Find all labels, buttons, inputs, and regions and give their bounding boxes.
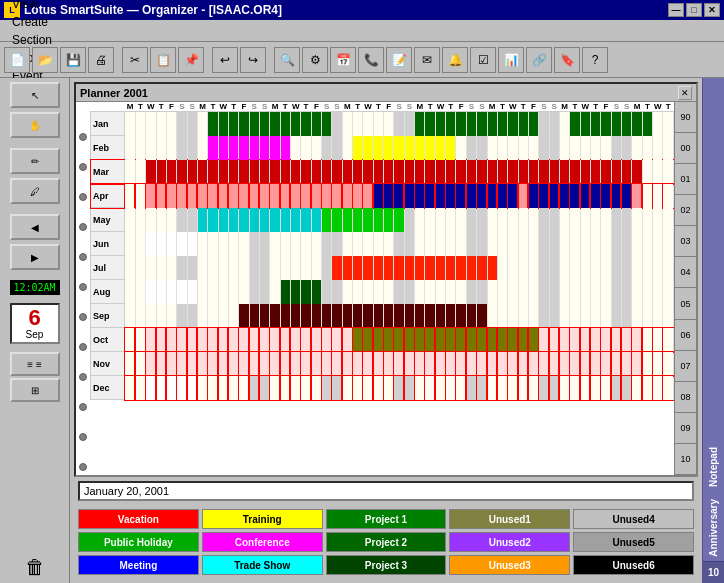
planner-cell[interactable] [404,256,414,280]
planner-cell[interactable] [342,136,352,160]
planner-cell[interactable] [332,328,342,352]
planner-cell[interactable] [270,184,280,208]
planner-cell[interactable] [228,112,238,136]
planner-cell[interactable] [601,352,611,376]
planner-row[interactable]: Nov [91,352,674,376]
planner-cell[interactable] [208,112,218,136]
planner-cell[interactable] [228,256,238,280]
planner-cell[interactable] [208,352,218,376]
planner-cell[interactable] [146,256,156,280]
legend-item-10[interactable]: Meeting [78,555,199,575]
planner-cell[interactable] [539,304,549,328]
planner-cell[interactable] [208,136,218,160]
planner-cell[interactable] [311,304,321,328]
planner-cell[interactable] [135,304,145,328]
planner-cell[interactable] [621,328,631,352]
planner-row[interactable]: Apr [91,184,674,208]
planner-cell[interactable] [456,112,466,136]
planner-cell[interactable] [353,160,363,184]
planner-cell[interactable] [187,232,197,256]
planner-cell[interactable] [559,208,569,232]
planner-cell[interactable] [404,304,414,328]
planner-cell[interactable] [125,136,135,160]
note-button[interactable]: 📝 [386,47,412,73]
planner-cell[interactable] [456,280,466,304]
planner-cell[interactable] [611,304,621,328]
planner-cell[interactable] [601,376,611,400]
planner-cell[interactable] [590,280,600,304]
planner-cell[interactable] [528,376,538,400]
planner-cell[interactable] [508,136,518,160]
planner-cell[interactable] [456,184,466,208]
planner-cell[interactable] [218,184,228,208]
planner-cell[interactable] [270,160,280,184]
planner-cell[interactable] [166,328,176,352]
planner-cell[interactable] [559,184,569,208]
planner-cell[interactable] [477,232,487,256]
planner-cell[interactable] [497,280,507,304]
copy-button[interactable]: 📋 [150,47,176,73]
planner-cell[interactable] [342,304,352,328]
planner-cell[interactable] [270,208,280,232]
planner-cell[interactable] [373,352,383,376]
planner-cell[interactable] [487,280,497,304]
planner-cell[interactable] [663,256,674,280]
planner-cell[interactable] [239,232,249,256]
planner-cell[interactable] [446,352,456,376]
minimize-button[interactable]: — [668,3,684,17]
right-num-2[interactable]: 01 [675,164,696,195]
planner-cell[interactable] [497,352,507,376]
planner-cell[interactable] [415,328,425,352]
cut-button[interactable]: ✂ [122,47,148,73]
planner-cell[interactable] [228,352,238,376]
planner-cell[interactable] [290,136,300,160]
planner-cell[interactable] [518,376,528,400]
planner-cell[interactable] [135,280,145,304]
planner-cell[interactable] [270,328,280,352]
planner-cell[interactable] [435,184,445,208]
planner-cell[interactable] [508,376,518,400]
planner-cell[interactable] [590,352,600,376]
planner-cell[interactable] [549,328,559,352]
planner-cell[interactable] [166,136,176,160]
planner-cell[interactable] [135,376,145,400]
planner-cell[interactable] [166,280,176,304]
planner-cell[interactable] [332,376,342,400]
planner-cell[interactable] [353,304,363,328]
planner-row[interactable]: Jul [91,256,674,280]
planner-cell[interactable] [228,376,238,400]
planner-cell[interactable] [404,280,414,304]
planner-cell[interactable] [601,160,611,184]
planner-cell[interactable] [228,328,238,352]
planner-cell[interactable] [404,160,414,184]
planner-row[interactable]: Jan [91,112,674,136]
planner-cell[interactable] [239,256,249,280]
planner-cell[interactable] [156,208,166,232]
planner-cell[interactable] [332,112,342,136]
planner-row[interactable]: Mar [91,160,674,184]
planner-cell[interactable] [456,232,466,256]
planner-cell[interactable] [270,232,280,256]
planner-cell[interactable] [208,208,218,232]
planner-cell[interactable] [559,112,569,136]
planner-cell[interactable] [632,256,642,280]
planner-cell[interactable] [653,328,663,352]
planner-cell[interactable] [632,160,642,184]
planner-cell[interactable] [218,208,228,232]
planner-cell[interactable] [549,352,559,376]
planner-cell[interactable] [487,328,497,352]
planner-cell[interactable] [394,136,404,160]
planner-cell[interactable] [249,160,259,184]
planner-row[interactable]: Feb [91,136,674,160]
planner-cell[interactable] [363,136,373,160]
planner-cell[interactable] [187,304,197,328]
planner-cell[interactable] [404,208,414,232]
planner-cell[interactable] [125,328,135,352]
planner-cell[interactable] [611,280,621,304]
legend-item-6[interactable]: Conference [202,532,323,552]
right-num-8[interactable]: 07 [675,351,696,382]
planner-cell[interactable] [166,184,176,208]
planner-row[interactable]: Jun [91,232,674,256]
planner-cell[interactable] [549,304,559,328]
planner-cell[interactable] [166,256,176,280]
